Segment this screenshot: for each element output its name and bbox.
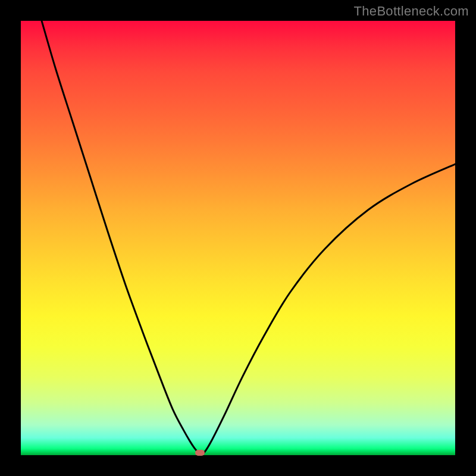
optimal-marker [195,450,205,456]
chart-frame: TheBottleneck.com [0,0,476,476]
watermark-text: TheBottleneck.com [354,4,469,19]
plot-area [21,21,455,455]
bottleneck-curve [42,21,455,455]
curve-svg [21,21,455,455]
